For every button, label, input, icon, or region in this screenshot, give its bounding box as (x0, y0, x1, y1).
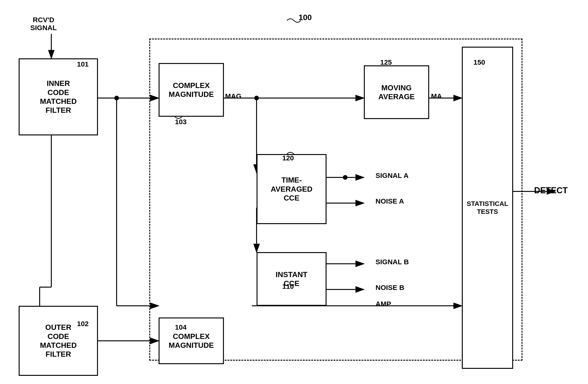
mag-label: MAG (225, 92, 241, 100)
noise-b-label: NOISE B (376, 284, 404, 292)
outer-code-label: OUTER CODE MATCHED FILTER (40, 323, 77, 359)
rcvd-signal-label: RCV'D SIGNAL (30, 16, 57, 32)
statistical-tests-label: STATISTICAL TESTS (467, 200, 508, 215)
moving-average-block: MOVING AVERAGE (364, 65, 429, 119)
moving-average-label: MOVING AVERAGE (378, 83, 415, 101)
signal-b-label: SIGNAL B (376, 258, 409, 266)
ref-100: 100 (298, 13, 312, 22)
diagram: INNER CODE MATCHED FILTER OUTER CODE MAT… (0, 0, 588, 384)
complex-mag-bottom-block: COMPLEX MAGNITUDE (159, 317, 224, 364)
ref-103: 103 (175, 118, 187, 126)
noise-a-label: NOISE A (376, 197, 404, 205)
ma-label: MA (431, 92, 442, 100)
complex-mag-top-label: COMPLEX MAGNITUDE (169, 81, 214, 99)
ref-125: 125 (380, 58, 392, 66)
time-averaged-cce-block: TIME- AVERAGED CCE (256, 154, 327, 224)
ref-110: 110 (282, 282, 294, 290)
inner-code-label: INNER CODE MATCHED FILTER (40, 79, 77, 115)
complex-mag-bottom-label: COMPLEX MAGNITUDE (169, 332, 214, 350)
detect-label: DETECT (534, 186, 568, 195)
ref-150: 150 (473, 58, 485, 66)
ref-120: 120 (282, 154, 294, 162)
ref-104: 104 (175, 323, 187, 331)
ref-101: 101 (77, 60, 89, 68)
instant-cce-block: INSTANT CCE (256, 252, 327, 306)
outer-code-block: OUTER CODE MATCHED FILTER (19, 306, 98, 376)
inner-code-block: INNER CODE MATCHED FILTER (19, 58, 98, 136)
complex-mag-top-block: COMPLEX MAGNITUDE (159, 63, 224, 117)
amp-label: AMP (376, 300, 391, 308)
time-averaged-cce-label: TIME- AVERAGED CCE (271, 176, 313, 203)
svg-point-3 (114, 96, 119, 100)
ref-102: 102 (77, 320, 89, 328)
signal-a-label: SIGNAL A (376, 172, 409, 180)
statistical-tests-block: STATISTICAL TESTS (462, 47, 513, 369)
